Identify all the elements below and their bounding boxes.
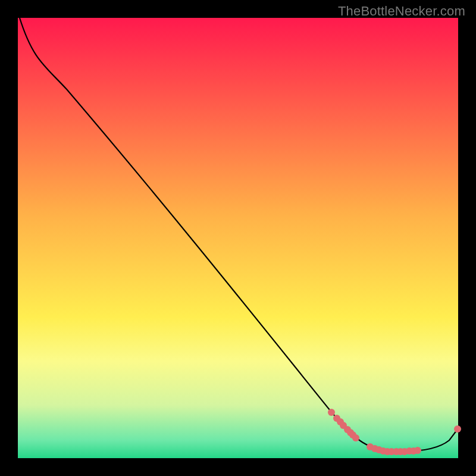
bottleneck-chart-svg	[0, 0, 476, 476]
plot-background	[18, 18, 458, 458]
data-point-marker	[454, 425, 461, 433]
chart-container: TheBottleNecker.com	[0, 0, 476, 476]
watermark-text: TheBottleNecker.com	[338, 4, 465, 19]
markers-tail	[454, 425, 461, 433]
data-point-marker	[352, 434, 359, 441]
data-point-marker	[414, 447, 421, 454]
data-point-marker	[328, 409, 335, 416]
